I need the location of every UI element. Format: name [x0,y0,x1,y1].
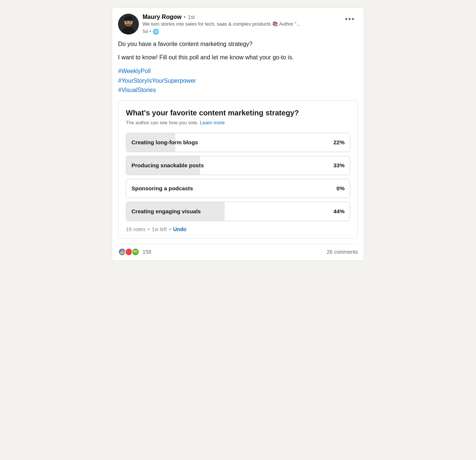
post-card: Maury Rogow • 1st We turn stories into s… [112,7,364,261]
poll-separator-2: • [169,226,171,232]
poll-option-pct-3: 0% [336,185,345,191]
poll-option-3[interactable]: Sponsoring a podcasts 0% [126,179,350,198]
comments-count[interactable]: 26 comments [327,249,358,255]
reaction-celebrate-icon: 🤜 [131,248,140,256]
post-paragraph-1: Do you have a favorite content marketing… [118,40,358,49]
svg-point-5 [126,21,127,23]
poll-learn-more-link[interactable]: Learn more [200,120,224,125]
poll-option-pct-4: 44% [333,208,345,214]
svg-point-7 [125,23,131,26]
poll-question: What's your favorite content marketing s… [126,108,350,118]
poll-note: The author can see how you vote. Learn m… [126,120,350,125]
poll-option-pct-1: 22% [333,139,345,145]
poll-option-pct-2: 33% [333,162,345,168]
poll-option-2[interactable]: Producing snackable posts 33% [126,156,350,175]
hashtag-1[interactable]: #WeeklyPoll [118,66,358,76]
poll-separator-1: • [148,226,150,232]
hashtags: #WeeklyPoll #YourStoryIsYourSuperpower #… [118,66,358,95]
poll-option-label-3: Sponsoring a podcasts [131,185,193,191]
more-menu-button[interactable]: ••• [342,14,358,24]
reaction-icons: 👍 ❤️ 🤜 [118,248,140,256]
post-paragraph-2: I want to know! Fill out this poll and l… [118,53,358,62]
hashtag-2[interactable]: #YourStoryIsYourSuperpower [118,76,358,86]
poll-undo-button[interactable]: Undo [173,226,186,232]
hashtag-3[interactable]: #VisualStories [118,85,358,95]
poll-option-label-2: Producing snackable posts [131,162,204,168]
author-name[interactable]: Maury Rogow [143,14,182,20]
author-connection-degree: 1st [188,14,195,20]
author-name-row: Maury Rogow • 1st [143,14,342,20]
post-body: Do you have a favorite content marketing… [118,40,358,95]
svg-point-6 [130,21,131,23]
author-headline: We turn stories into sales for tech, saa… [143,21,342,27]
svg-rect-3 [124,19,133,21]
poll-card: What's your favorite content marketing s… [118,100,358,239]
poll-options: Creating long-form blogs 22% Producing s… [126,133,350,221]
separator: • [149,29,151,34]
avatar[interactable] [118,14,139,34]
reactions: 👍 ❤️ 🤜 158 [118,248,151,256]
globe-icon: 🌐 [153,29,159,34]
post-time: 5d [143,29,148,34]
poll-option-label-1: Creating long-form blogs [131,139,198,145]
post-footer: 👍 ❤️ 🤜 158 26 comments [118,244,358,256]
poll-votes: 18 votes [126,226,146,232]
poll-option-4[interactable]: Creating engaging visuals 44% [126,202,350,221]
poll-option-1[interactable]: Creating long-form blogs 22% [126,133,350,152]
poll-note-text: The author can see how you vote. [126,120,199,125]
post-meta: 5d • 🌐 [143,29,342,34]
post-header: Maury Rogow • 1st We turn stories into s… [118,14,358,34]
author-info: Maury Rogow • 1st We turn stories into s… [143,14,342,34]
poll-time-left: 1w left [152,226,167,232]
author-degree: • [184,14,186,20]
poll-option-label-4: Creating engaging visuals [131,208,201,214]
poll-footer: 18 votes • 1w left • Undo [126,226,350,232]
reaction-count: 158 [143,249,151,255]
